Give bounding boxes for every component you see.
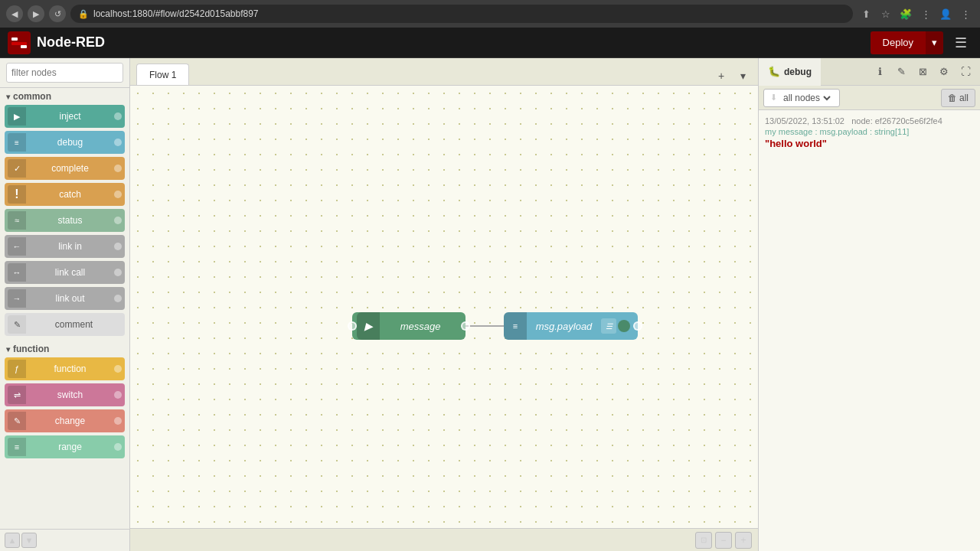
lock-icon: 🔒 <box>78 9 89 19</box>
node-linkcall[interactable]: ↔ link call <box>5 261 125 284</box>
url-bar[interactable]: 🔒 localhost:1880/#flow/d2542d015abbf897 <box>70 5 853 23</box>
debug-meta: 13/05/2022, 13:51:02 node: ef26720c5e6f2… <box>765 116 974 126</box>
node-function-label: function <box>26 364 114 374</box>
category-arrow-common: ▾ <box>6 93 10 101</box>
node-debug-label: debug <box>26 137 114 148</box>
node-complete[interactable]: ✓ complete <box>5 157 125 180</box>
browser-actions: ⬆ ☆ 🧩 ⋮ 👤 ⋮ <box>858 5 974 22</box>
category-common-label: common <box>13 91 51 102</box>
zoom-in-button[interactable]: + <box>735 532 752 549</box>
node-range[interactable]: ≡ range <box>5 435 125 458</box>
clear-btn-label: 🗑 all <box>948 93 969 103</box>
canvas-tab-flow1-label: Flow 1 <box>149 70 176 80</box>
node-linkcall-label: link call <box>26 267 114 278</box>
linkcall-port-right <box>114 269 122 276</box>
flow-node-msgpayload[interactable]: ≡ msg.payload ☰ <box>504 312 638 340</box>
forward-button[interactable]: ▶ <box>28 5 44 22</box>
linkcall-icon: ↔ <box>8 263 26 282</box>
zoom-out-button[interactable]: − <box>715 532 732 549</box>
category-common[interactable]: ▾ common <box>0 88 129 103</box>
svg-rect-1 <box>11 37 18 41</box>
rp-tab-debug[interactable]: 🐛 debug <box>759 58 821 86</box>
switch-icon: ⇌ <box>8 386 26 404</box>
nr-logo: Node-RED <box>8 31 105 54</box>
msgpayload-icon: ≡ <box>504 312 527 340</box>
rp-expand-button[interactable]: ⛶ <box>956 62 975 82</box>
canvas-tab-actions: + ▾ <box>712 67 752 85</box>
nr-header: Node-RED Deploy ▾ ☰ <box>0 28 980 58</box>
node-change[interactable]: ✎ change <box>5 409 125 432</box>
node-inject[interactable]: ▶ inject <box>5 105 125 128</box>
back-button[interactable]: ◀ <box>6 5 23 22</box>
bookmark-icon[interactable]: ☆ <box>877 5 894 22</box>
main-layout: ▾ common ▶ inject ≡ debug ✓ complete ! c… <box>0 58 980 551</box>
node-linkout[interactable]: → link out <box>5 287 125 310</box>
menu-icon-2[interactable]: ⋮ <box>957 5 974 22</box>
node-debug[interactable]: ≡ debug <box>5 131 125 154</box>
node-range-label: range <box>26 442 114 452</box>
nr-logo-icon <box>8 31 31 54</box>
filter-nodes-input[interactable] <box>6 63 123 83</box>
canvas-tab-flow1[interactable]: Flow 1 <box>136 64 189 85</box>
canvas-wire-svg <box>130 86 758 528</box>
node-switch-label: switch <box>26 390 114 400</box>
status-port-right <box>114 217 122 224</box>
node-linkin[interactable]: ← link in <box>5 235 125 258</box>
flow-node-message[interactable]: ▶ message <box>352 312 466 340</box>
debug-content: 13/05/2022, 13:51:02 node: ef26720c5e6f2… <box>759 110 980 551</box>
node-complete-label: complete <box>26 163 114 174</box>
rp-delete-button[interactable]: ⊠ <box>913 62 933 82</box>
node-function[interactable]: ƒ function <box>5 357 125 380</box>
nodes-filter[interactable]: ⬇ all nodes <box>763 89 840 107</box>
node-switch[interactable]: ⇌ switch <box>5 383 125 406</box>
clear-button[interactable]: 🗑 all <box>941 89 975 107</box>
function-icon: ƒ <box>8 360 26 378</box>
message-icon: ▶ <box>357 312 380 340</box>
nodes-filter-select[interactable]: all nodes <box>780 92 833 104</box>
nr-menu-button[interactable]: ☰ <box>949 31 972 54</box>
node-catch-label: catch <box>26 189 114 200</box>
node-catch[interactable]: ! catch <box>5 183 125 206</box>
scroll-up-button[interactable]: ▲ <box>5 533 20 548</box>
linkout-icon: → <box>8 289 26 308</box>
debug-icon: ≡ <box>8 133 26 152</box>
debug-node-id: node: <box>851 116 875 126</box>
category-function[interactable]: ▾ function <box>0 341 129 356</box>
node-change-label: change <box>26 416 114 426</box>
switch-port-right <box>114 391 122 399</box>
msgpayload-port-right <box>633 321 642 331</box>
rp-settings-button[interactable]: ⚙ <box>934 62 954 82</box>
node-comment[interactable]: ✎ comment <box>5 313 125 336</box>
svg-rect-2 <box>11 42 27 45</box>
profile-icon[interactable]: 👤 <box>937 5 954 22</box>
deploy-dropdown-button[interactable]: ▾ <box>926 31 943 54</box>
rp-edit-button[interactable]: ✎ <box>891 62 911 82</box>
zoom-reset-button[interactable]: ⊡ <box>695 532 712 549</box>
msgpayload-actions: ☰ <box>601 318 633 334</box>
msgpayload-action-dot[interactable] <box>618 320 630 332</box>
node-status[interactable]: ≈ status <box>5 209 125 232</box>
flow-options-button[interactable]: ▾ <box>733 67 752 85</box>
menu-icon-1[interactable]: ⋮ <box>917 5 934 22</box>
sidebar-spacer <box>0 460 129 529</box>
share-icon[interactable]: ⬆ <box>858 5 874 22</box>
url-text: localhost:1880/#flow/d2542d015abbf897 <box>93 8 259 19</box>
linkin-port-right <box>114 243 122 250</box>
msgpayload-label: msg.payload <box>527 321 601 332</box>
sidebar-filter <box>0 58 129 88</box>
scroll-down-button[interactable]: ▼ <box>21 533 37 548</box>
debug-timestamp: 13/05/2022, 13:51:02 <box>765 116 844 126</box>
deploy-button[interactable]: Deploy <box>871 31 926 54</box>
rp-info-button[interactable]: ℹ <box>870 62 890 82</box>
reload-button[interactable]: ↺ <box>49 5 66 22</box>
message-label: message <box>380 321 461 332</box>
msgpayload-action-list[interactable]: ☰ <box>601 318 616 334</box>
debug-tab-label: debug <box>784 67 812 77</box>
add-flow-button[interactable]: + <box>712 67 730 85</box>
node-comment-label: comment <box>26 319 122 330</box>
canvas[interactable]: ▶ message ≡ msg.payload ☰ <box>130 86 758 528</box>
extension-icon[interactable]: 🧩 <box>897 5 914 22</box>
svg-rect-3 <box>21 45 27 48</box>
function-port-right <box>114 365 122 373</box>
filter-icon: ⬇ <box>770 93 777 103</box>
